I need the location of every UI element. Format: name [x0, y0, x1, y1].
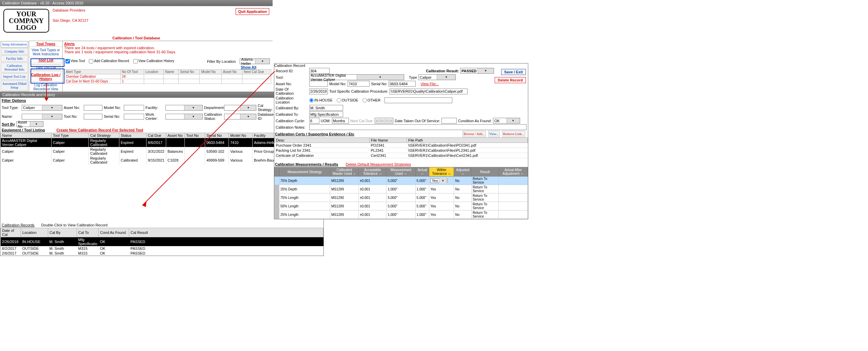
date-field[interactable] [309, 89, 328, 94]
filter-location-select[interactable]: Adams-Heller▾ [240, 58, 270, 64]
sidebar-import-tool[interactable]: Import Tool List [1, 73, 28, 80]
view-button[interactable]: View... [488, 131, 500, 137]
cell[interactable]: Cal Due In Next 31-60 Days [64, 79, 121, 84]
table-row: 75% DepthMS1289±0.0015.000"5.000"Yes▾NoR… [275, 177, 528, 185]
calibrated-by-field[interactable] [309, 105, 343, 111]
lbl-facility: Facility: [145, 106, 164, 110]
cycle-field[interactable] [309, 118, 319, 124]
uom-field[interactable] [332, 118, 349, 124]
filter-cal-status[interactable]: ▾ [224, 114, 256, 119]
view-tool-types-link[interactable]: View Tool Types or Work Instructions [32, 48, 60, 56]
filter-model-no[interactable] [124, 105, 144, 111]
table-row: Purchase Order 2341PO2341\\SERVER1\Calib… [275, 143, 528, 148]
col-header[interactable]: Model No [200, 70, 221, 74]
sidebar-personnel-info[interactable]: Calibration Personnel Info [1, 62, 28, 73]
tool-types-header: Tool Types [29, 41, 62, 47]
loc-other-radio[interactable]: OTHER [362, 98, 381, 103]
lbl-cal-status: Calibration Status: [204, 112, 223, 121]
cell[interactable]: Overdue Calibration [64, 74, 121, 79]
logo-line: COMPANY [9, 17, 44, 24]
lbl-model-no: Model No: [104, 106, 122, 110]
filter-loc-label: Filter By Location [207, 59, 236, 63]
notes-field[interactable] [309, 124, 527, 130]
col-header[interactable]: Serial No [179, 70, 200, 74]
model-no-field[interactable] [348, 81, 370, 87]
sidebar-company-info[interactable]: Company Info [1, 48, 28, 55]
alerts-header: Alerts [64, 42, 271, 46]
loc-outside-radio[interactable]: OUTSIDE [337, 98, 358, 103]
lbl-result: Calibration Result: [426, 69, 459, 73]
cell: 1 [120, 79, 144, 84]
view-hist-check[interactable]: View Calibration History [133, 59, 174, 63]
filter-asset-no[interactable] [84, 105, 102, 111]
alerts-table: Alert Type No Of Tool Location Name Seri… [64, 69, 271, 84]
show-all-link[interactable]: Show All [241, 65, 256, 69]
filter-facility[interactable]: ▾ [165, 105, 203, 111]
next-cal-field [375, 118, 393, 124]
result-select[interactable]: PASSED▾ [460, 68, 494, 74]
sort-by-select[interactable]: Asset No▾ [16, 121, 43, 127]
asset-no-field[interactable] [309, 81, 328, 87]
lbl-cycle: Calibration Cycle: [276, 119, 308, 123]
table-row[interactable]: 2/6/2017OUTSIDEM. SmithM315OKPASSED [1, 251, 323, 256]
type-select[interactable]: Caliper▾ [418, 74, 456, 80]
remove-link-button[interactable]: Remove Link... [502, 131, 525, 137]
tool-select[interactable]: AccuMASTER Digital Vernier Caliper▾ [309, 74, 404, 80]
lbl-asset: Asset No: [276, 82, 308, 86]
view-file-link[interactable]: View File... [420, 82, 439, 86]
filter-serial-no[interactable] [124, 114, 144, 119]
filter-department[interactable]: ▾ [224, 105, 256, 111]
col-header[interactable]: Alert Type [64, 70, 121, 74]
lbl-db-id: Database ID: [258, 112, 276, 121]
filter-tool-no[interactable] [84, 114, 102, 119]
delete-strategies-link[interactable]: Delete Default Measurement Strategies [346, 162, 411, 166]
logo-line: LOGO [16, 24, 36, 31]
sidebar-facility-info[interactable]: Facility Info [1, 55, 28, 62]
delete-record-button[interactable]: Delete Record [495, 77, 526, 83]
cal-records-grid[interactable]: Date of CalLocationCal ByCal ToCond As F… [0, 228, 323, 256]
alert-line: There are 24 tools / equipment with expi… [64, 46, 271, 50]
sidebar-email-setup[interactable]: Automated EMail Setup [1, 80, 28, 91]
cal-log-header: Calibration Log / History [29, 72, 62, 82]
calibrated-to-field[interactable] [309, 111, 343, 117]
filter-tool-type[interactable]: Caliper▾ [22, 105, 62, 111]
filter-options-header: Filter Options [0, 98, 27, 103]
table-row[interactable]: 8/2/2017OUTSIDEM. SmithM315OKPASSED [1, 246, 323, 251]
logo-line: YOUR [16, 10, 36, 18]
loc-inhouse-radio[interactable]: IN-HOUSE [309, 98, 333, 103]
view-tool-list-button[interactable]: View Tool List [32, 64, 60, 71]
filter-name[interactable]: ▾ [22, 114, 62, 119]
calibration-record-window: Calibration Record Save / Exit Delete Re… [274, 63, 528, 219]
lbl-tool: Tool: [276, 75, 308, 79]
table-row: 50% LengthMS1289±0.0015.000"5.000"YesNoR… [275, 202, 528, 210]
certs-grid[interactable]: DescFile NameFile Path Purchase Order 23… [274, 137, 528, 158]
oos-field[interactable] [441, 118, 457, 124]
col-header[interactable]: No Of Tool [120, 70, 144, 74]
view-tool-check[interactable]: View Tool [65, 59, 85, 63]
sidebar-setup-info[interactable]: Setup Information [1, 41, 28, 48]
measurements-grid[interactable]: Measurement Strategy Calibrated Master U… [274, 167, 528, 219]
lbl-date: Date Of Calibration: [276, 87, 308, 95]
table-row[interactable]: 2/26/2018IN-HOUSEM. SmithMfg Specificati… [1, 237, 323, 246]
page-title: Calibration / Tool Database [0, 35, 273, 41]
filter-work-center[interactable]: ▾ [165, 114, 203, 119]
db-providers-link[interactable]: Database Providers [53, 8, 236, 12]
col-header[interactable]: Next Cal Due [242, 70, 271, 74]
arrow-diag-icon [142, 204, 278, 207]
col-header[interactable]: Location [144, 70, 163, 74]
save-exit-button[interactable]: Save / Exit [501, 69, 526, 75]
procedure-field[interactable] [390, 89, 468, 94]
col-header[interactable]: Name [164, 70, 179, 74]
col-header[interactable]: Asset No [221, 70, 242, 74]
condition-select[interactable]: OK▾ [493, 118, 520, 124]
add-cal-check[interactable]: Add Calibration Record [89, 59, 129, 63]
lbl-serial-no: Serial No: [104, 114, 122, 118]
create-new-record-link[interactable]: Create New Calibration Record For Select… [57, 128, 143, 132]
serial-no-field[interactable] [389, 81, 416, 87]
record-id-field[interactable] [309, 68, 330, 74]
lbl-model: Model No: [329, 82, 346, 86]
quit-button[interactable]: Quit Application [236, 8, 269, 15]
tool-list-header: Tool List [29, 57, 62, 63]
browse-add-button[interactable]: Browse / Add... [462, 131, 486, 137]
loc-other-field[interactable] [384, 97, 452, 103]
